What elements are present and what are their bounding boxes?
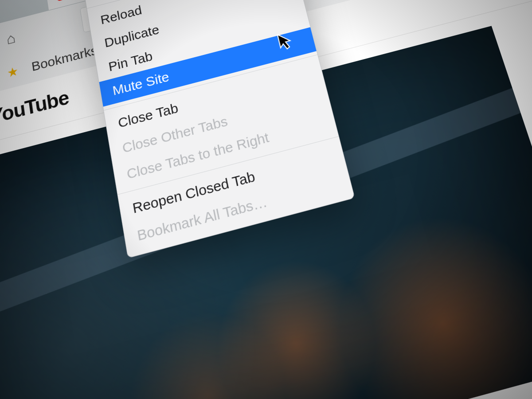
bookmark-star-icon: ★ [7,63,20,80]
youtube-favicon-icon [55,0,75,1]
youtube-logo-text: YouTube [0,86,70,129]
youtube-logo[interactable]: YouTube [0,86,70,137]
home-button[interactable]: ⌂ [5,29,16,47]
